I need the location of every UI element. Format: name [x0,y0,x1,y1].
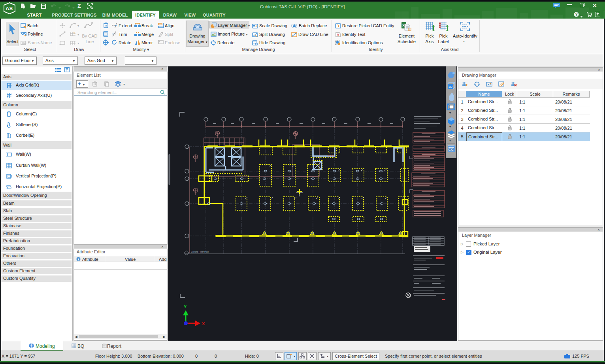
svg-text:?: ? [575,12,578,17]
svg-text:X: X [402,23,405,27]
svg-text:3D: 3D [449,85,452,89]
svg-text:Y: Y [184,304,187,309]
svg-text:X: X [202,321,205,326]
svg-text:AS: AS [6,6,13,11]
svg-text:A: A [337,33,339,37]
svg-text:Ground Floor Plan: Ground Floor Plan [191,251,209,253]
